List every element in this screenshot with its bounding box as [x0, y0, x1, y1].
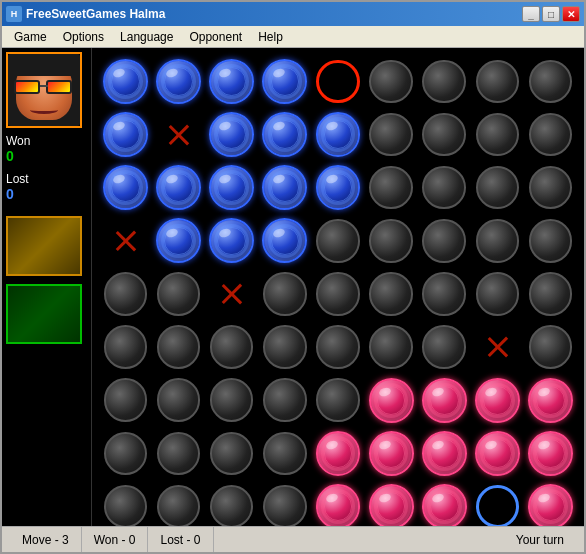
board-cell[interactable]: [100, 215, 151, 266]
board-cell[interactable]: [206, 481, 257, 526]
board-cell[interactable]: [153, 428, 204, 479]
board-cell[interactable]: [525, 322, 576, 373]
board-cell[interactable]: [472, 375, 523, 426]
board-cell[interactable]: [472, 322, 523, 373]
board-cell[interactable]: [366, 109, 417, 160]
board-cell[interactable]: [206, 322, 257, 373]
board-cell[interactable]: [419, 268, 470, 319]
board-cell[interactable]: [100, 162, 151, 213]
board-cell[interactable]: [525, 215, 576, 266]
board-cell[interactable]: [259, 215, 310, 266]
board-cell[interactable]: [153, 215, 204, 266]
main-window: H FreeSweetGames Halma _ □ ✕ Game Option…: [0, 0, 586, 554]
board-cell[interactable]: [259, 56, 310, 107]
window-title: FreeSweetGames Halma: [26, 7, 165, 21]
menu-language[interactable]: Language: [112, 28, 181, 46]
menu-help[interactable]: Help: [250, 28, 291, 46]
board-cell[interactable]: [312, 322, 363, 373]
board-cell[interactable]: [206, 428, 257, 479]
board-cell[interactable]: [312, 215, 363, 266]
board-cell[interactable]: [153, 268, 204, 319]
board-cell[interactable]: [312, 109, 363, 160]
game-board[interactable]: [92, 48, 584, 526]
board-cell[interactable]: [472, 56, 523, 107]
board-cell[interactable]: [100, 428, 151, 479]
board-cell[interactable]: [419, 481, 470, 526]
board-cell[interactable]: [525, 162, 576, 213]
close-button[interactable]: ✕: [562, 6, 580, 22]
board-cell[interactable]: [419, 428, 470, 479]
board-cell[interactable]: [419, 162, 470, 213]
board-cell[interactable]: [366, 215, 417, 266]
board-cell[interactable]: [259, 322, 310, 373]
board-cell[interactable]: [525, 481, 576, 526]
board-cell[interactable]: [366, 56, 417, 107]
player2-box: [6, 216, 82, 276]
board-cell[interactable]: [206, 162, 257, 213]
board-cell[interactable]: [153, 375, 204, 426]
board-cell[interactable]: [419, 215, 470, 266]
board-cell[interactable]: [100, 481, 151, 526]
board-cell[interactable]: [259, 162, 310, 213]
title-bar: H FreeSweetGames Halma _ □ ✕: [2, 2, 584, 26]
board-cell[interactable]: [206, 215, 257, 266]
board-cell[interactable]: [366, 481, 417, 526]
board-cell[interactable]: [366, 268, 417, 319]
board-cell[interactable]: [312, 428, 363, 479]
board-cell[interactable]: [206, 56, 257, 107]
board-cell[interactable]: [100, 109, 151, 160]
board-cell[interactable]: [312, 375, 363, 426]
board-cell[interactable]: [472, 481, 523, 526]
board-cell[interactable]: [525, 109, 576, 160]
board-cell[interactable]: [153, 56, 204, 107]
stats-lost: Lost 0: [6, 170, 87, 204]
board-cell[interactable]: [153, 322, 204, 373]
board-cell[interactable]: [472, 268, 523, 319]
board-cell[interactable]: [259, 109, 310, 160]
board-cell[interactable]: [206, 109, 257, 160]
menu-options[interactable]: Options: [55, 28, 112, 46]
board-cell[interactable]: [100, 322, 151, 373]
board-cell[interactable]: [472, 215, 523, 266]
menu-game[interactable]: Game: [6, 28, 55, 46]
board-cell[interactable]: [259, 428, 310, 479]
board-cell[interactable]: [259, 375, 310, 426]
minimize-button[interactable]: _: [522, 6, 540, 22]
title-buttons: _ □ ✕: [522, 6, 580, 22]
board-cell[interactable]: [525, 428, 576, 479]
lost-value: 0: [6, 186, 87, 202]
board-cell[interactable]: [153, 109, 204, 160]
menu-opponent[interactable]: Opponent: [181, 28, 250, 46]
board-cell[interactable]: [100, 268, 151, 319]
board-cell[interactable]: [206, 375, 257, 426]
board-cell[interactable]: [419, 56, 470, 107]
board-cell[interactable]: [100, 56, 151, 107]
board-cell[interactable]: [419, 109, 470, 160]
board-cell[interactable]: [366, 428, 417, 479]
board-cell[interactable]: [419, 322, 470, 373]
board-cell[interactable]: [366, 162, 417, 213]
board-cell[interactable]: [366, 322, 417, 373]
board-cell[interactable]: [100, 375, 151, 426]
board-cell[interactable]: [312, 162, 363, 213]
board-cell[interactable]: [259, 268, 310, 319]
board-cell[interactable]: [206, 268, 257, 319]
board-cell[interactable]: [525, 268, 576, 319]
board-cell[interactable]: [525, 56, 576, 107]
board-cell[interactable]: [153, 162, 204, 213]
title-bar-left: H FreeSweetGames Halma: [6, 6, 165, 22]
board-cell[interactable]: [472, 428, 523, 479]
board-cell[interactable]: [472, 162, 523, 213]
board-cell[interactable]: [312, 481, 363, 526]
board-cell[interactable]: [312, 268, 363, 319]
maximize-button[interactable]: □: [542, 6, 560, 22]
board-cell[interactable]: [366, 375, 417, 426]
board-cell[interactable]: [419, 375, 470, 426]
sidebar: Won 0 Lost 0: [2, 48, 92, 526]
board-cell[interactable]: [259, 481, 310, 526]
board-cell[interactable]: [472, 109, 523, 160]
lost-label: Lost: [6, 172, 87, 186]
board-cell[interactable]: [153, 481, 204, 526]
board-cell[interactable]: [525, 375, 576, 426]
board-cell[interactable]: [312, 56, 363, 107]
